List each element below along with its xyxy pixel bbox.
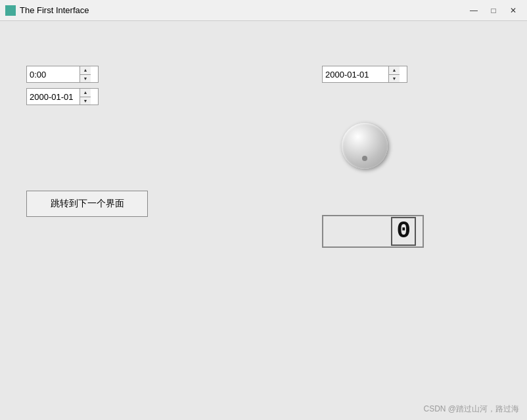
jump-button[interactable]: 跳转到下一个界面: [26, 191, 148, 217]
date-spinner-left-container: ▲ ▼: [26, 88, 99, 105]
time-input[interactable]: [27, 68, 80, 81]
time-spinner-container: ▲ ▼: [26, 66, 99, 83]
date-spinner-right-input[interactable]: ▲ ▼: [322, 66, 407, 83]
date-spinner-left-input[interactable]: ▲ ▼: [26, 88, 99, 105]
date-right-spinner-arrows: ▲ ▼: [388, 66, 400, 82]
watermark: CSDN @踏过山河，路过海: [423, 404, 519, 415]
lcd-display: 0: [322, 215, 424, 248]
maximize-button[interactable]: □: [485, 4, 502, 17]
rotary-knob[interactable]: [342, 123, 388, 169]
date-right-spinner-down[interactable]: ▼: [389, 75, 400, 83]
date-left-spinner-down[interactable]: ▼: [80, 97, 91, 105]
date-spinner-right-container: ▲ ▼: [322, 66, 407, 83]
date-right-spinner-up[interactable]: ▲: [389, 66, 400, 75]
minimize-button[interactable]: —: [465, 4, 482, 17]
knob-indicator: [362, 156, 367, 161]
date-left-spinner-up[interactable]: ▲: [80, 89, 91, 97]
time-spinner-arrows: ▲ ▼: [80, 66, 91, 82]
knob-container: [342, 123, 394, 175]
date-right-input[interactable]: [323, 68, 388, 81]
window-controls: — □ ✕: [465, 4, 522, 17]
main-content: ▲ ▼ ▲ ▼ ▲ ▼ 跳转到下一个界面: [0, 21, 527, 420]
title-bar: The First Interface — □ ✕: [0, 0, 527, 21]
time-spinner-down[interactable]: ▼: [80, 75, 91, 83]
time-spinner-up[interactable]: ▲: [80, 66, 91, 75]
window-title: The First Interface: [20, 5, 465, 15]
time-spinner-input[interactable]: ▲ ▼: [26, 66, 99, 83]
close-button[interactable]: ✕: [505, 4, 522, 17]
lcd-value: 0: [391, 217, 416, 246]
date-left-spinner-arrows: ▲ ▼: [80, 89, 91, 105]
date-left-input[interactable]: [27, 91, 80, 103]
app-icon: [5, 5, 16, 16]
